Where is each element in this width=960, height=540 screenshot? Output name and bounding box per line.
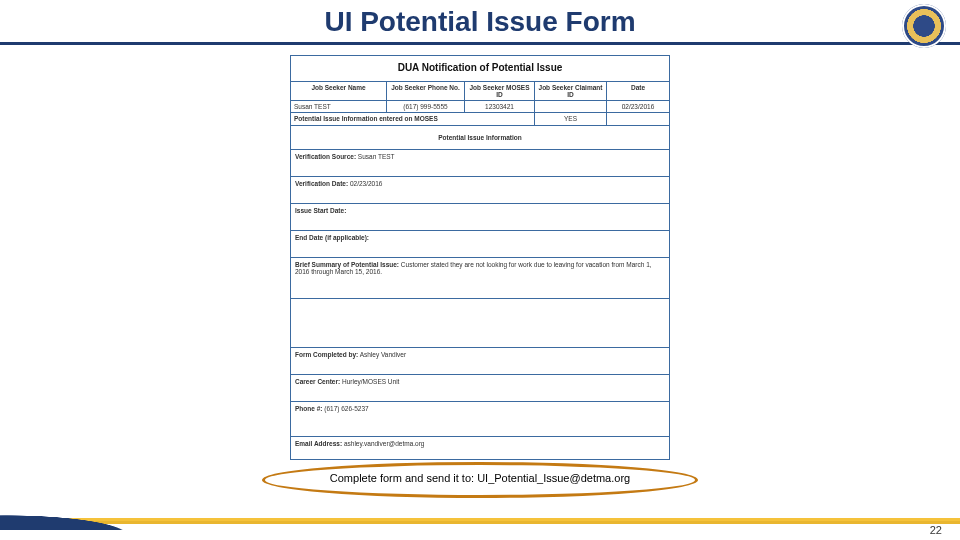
val-phone-num: (617) 626-5237 xyxy=(324,405,368,412)
val-completed-by: Ashley Vandiver xyxy=(360,351,407,358)
lbl-issue-start: Issue Start Date: xyxy=(295,207,346,214)
entered-label: Potential Issue Information entered on M… xyxy=(291,113,535,125)
row-completed-by: Form Completed by: Ashley Vandiver xyxy=(291,348,669,375)
hdr-name-label: Job Seeker Name xyxy=(291,82,387,101)
row-verification-source: Verification Source: Susan TEST xyxy=(291,150,669,177)
val-verification-date: 02/23/2016 xyxy=(350,180,383,187)
slide-title: UI Potential Issue Form xyxy=(0,0,960,42)
state-seal-icon xyxy=(902,4,946,48)
lbl-verification-source: Verification Source: xyxy=(295,153,356,160)
entered-value: YES xyxy=(535,113,607,125)
row-career-center: Career Center: Hurley/MOSES Unit xyxy=(291,375,669,402)
entered-blank xyxy=(607,113,669,125)
lbl-completed-by: Form Completed by: xyxy=(295,351,358,358)
slide: UI Potential Issue Form DUA Notification… xyxy=(0,0,960,540)
section-potential-issue-info: Potential Issue Information xyxy=(291,126,669,150)
hdr-date-label: Date xyxy=(607,82,669,101)
hdr-claimant-label: Job Seeker Claimant ID xyxy=(535,82,607,101)
val-career-center: Hurley/MOSES Unit xyxy=(342,378,399,385)
row-blank-1 xyxy=(291,299,669,348)
footer-swoosh xyxy=(0,502,240,530)
lbl-brief-summary: Brief Summary of Potential Issue: xyxy=(295,261,399,268)
row-verification-date: Verification Date: 02/23/2016 xyxy=(291,177,669,204)
val-moses: 12303421 xyxy=(465,101,535,113)
row-end-date: End Date (if applicable): xyxy=(291,231,669,258)
row-brief-summary: Brief Summary of Potential Issue: Custom… xyxy=(291,258,669,299)
row-phone: Phone #: (617) 626-5237 xyxy=(291,402,669,437)
form-heading: DUA Notification of Potential Issue xyxy=(291,56,669,82)
title-underline xyxy=(0,42,960,45)
lbl-verification-date: Verification Date: xyxy=(295,180,348,187)
lbl-email: Email Address: xyxy=(295,440,342,447)
val-date: 02/23/2016 xyxy=(607,101,669,113)
page-number: 22 xyxy=(930,524,942,536)
val-verification-source: Susan TEST xyxy=(358,153,395,160)
lbl-phone: Phone #: xyxy=(295,405,322,412)
callout-area: Complete form and send it to: UI_Potenti… xyxy=(220,466,740,496)
val-email: ashley.vandiver@detma.org xyxy=(344,440,425,447)
callout-text: Complete form and send it to: UI_Potenti… xyxy=(330,472,630,484)
row-email: Email Address: ashley.vandiver@detma.org xyxy=(291,437,669,459)
val-phone: (617) 999-5555 xyxy=(387,101,465,113)
form-header-values: Susan TEST (617) 999-5555 12303421 02/23… xyxy=(291,101,669,113)
row-issue-start: Issue Start Date: xyxy=(291,204,669,231)
potential-issue-form: DUA Notification of Potential Issue Job … xyxy=(290,55,670,460)
val-name: Susan TEST xyxy=(291,101,387,113)
hdr-phone-label: Job Seeker Phone No. xyxy=(387,82,465,101)
hdr-moses-label: Job Seeker MOSES ID xyxy=(465,82,535,101)
form-header-labels: Job Seeker Name Job Seeker Phone No. Job… xyxy=(291,82,669,101)
lbl-career-center: Career Center: xyxy=(295,378,340,385)
lbl-end-date: End Date (if applicable): xyxy=(295,234,369,241)
entered-on-moses-row: Potential Issue Information entered on M… xyxy=(291,113,669,125)
val-claimant xyxy=(535,101,607,113)
